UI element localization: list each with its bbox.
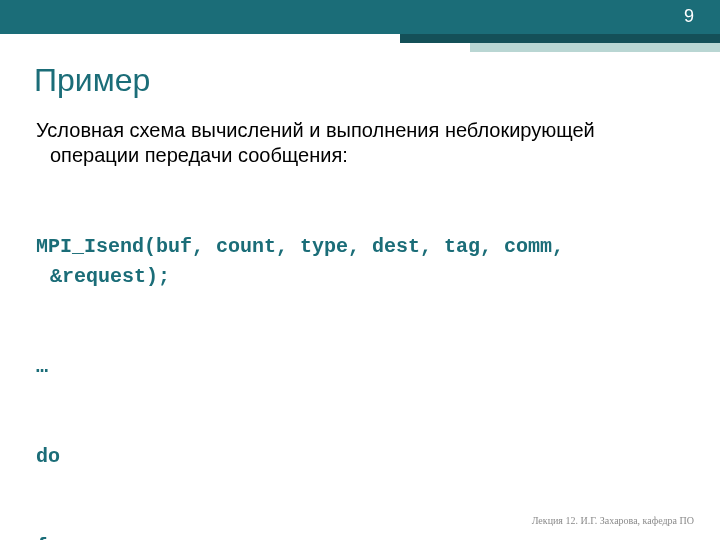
intro-text: Условная схема вычислений и выполнения н… (36, 118, 686, 168)
code-block: MPI_Isend(buf, count, type, dest, tag, c… (36, 172, 686, 540)
code-line-do: do (50, 442, 686, 472)
header-bar: 9 (0, 0, 720, 34)
footer-text: Лекция 12. И.Г. Захарова, кафедра ПО (532, 515, 694, 526)
decorative-stripes (400, 34, 720, 52)
code-line-isend: MPI_Isend(buf, count, type, dest, tag, c… (50, 232, 686, 292)
page-number: 9 (684, 6, 694, 27)
content-area: Условная схема вычислений и выполнения н… (36, 118, 686, 540)
code-line-brace-open: { (50, 532, 686, 540)
stripe-light (470, 43, 720, 52)
code-line-ellipsis1: … (50, 352, 686, 382)
stripe-dark (400, 34, 720, 43)
slide-title: Пример (34, 62, 150, 99)
